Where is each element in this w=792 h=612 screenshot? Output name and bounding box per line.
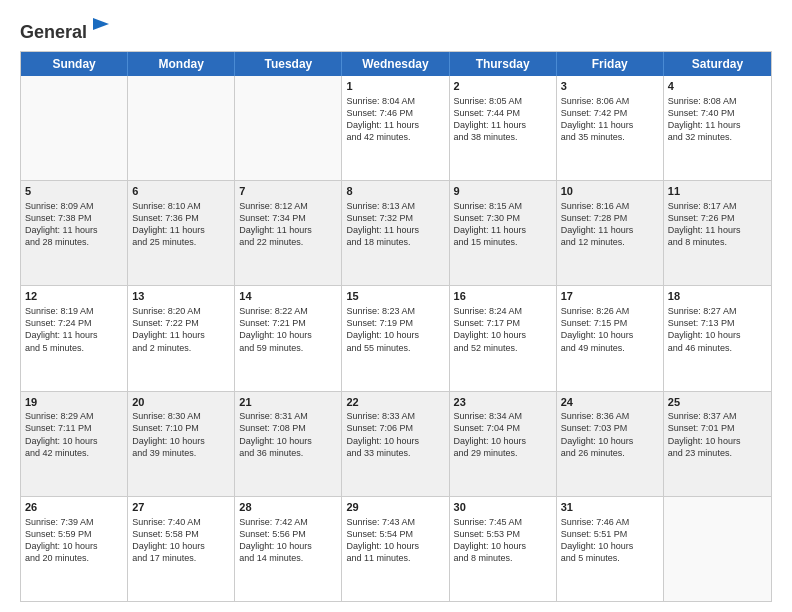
calendar-cell: 29Sunrise: 7:43 AM Sunset: 5:54 PM Dayli… — [342, 497, 449, 601]
day-number: 29 — [346, 500, 444, 515]
day-number: 21 — [239, 395, 337, 410]
cell-info: Sunrise: 7:45 AM Sunset: 5:53 PM Dayligh… — [454, 516, 552, 565]
day-number: 1 — [346, 79, 444, 94]
day-header-friday: Friday — [557, 52, 664, 76]
calendar-cell: 9Sunrise: 8:15 AM Sunset: 7:30 PM Daylig… — [450, 181, 557, 285]
calendar-row-3: 19Sunrise: 8:29 AM Sunset: 7:11 PM Dayli… — [21, 391, 771, 496]
calendar-cell: 17Sunrise: 8:26 AM Sunset: 7:15 PM Dayli… — [557, 286, 664, 390]
cell-info: Sunrise: 8:15 AM Sunset: 7:30 PM Dayligh… — [454, 200, 552, 249]
day-header-tuesday: Tuesday — [235, 52, 342, 76]
day-header-thursday: Thursday — [450, 52, 557, 76]
day-number: 24 — [561, 395, 659, 410]
calendar-row-1: 5Sunrise: 8:09 AM Sunset: 7:38 PM Daylig… — [21, 180, 771, 285]
day-number: 28 — [239, 500, 337, 515]
cell-info: Sunrise: 8:20 AM Sunset: 7:22 PM Dayligh… — [132, 305, 230, 354]
cell-info: Sunrise: 8:08 AM Sunset: 7:40 PM Dayligh… — [668, 95, 767, 144]
day-number: 15 — [346, 289, 444, 304]
calendar-cell — [128, 76, 235, 180]
day-number: 26 — [25, 500, 123, 515]
cell-info: Sunrise: 8:05 AM Sunset: 7:44 PM Dayligh… — [454, 95, 552, 144]
calendar-row-2: 12Sunrise: 8:19 AM Sunset: 7:24 PM Dayli… — [21, 285, 771, 390]
cell-info: Sunrise: 8:06 AM Sunset: 7:42 PM Dayligh… — [561, 95, 659, 144]
cell-info: Sunrise: 8:24 AM Sunset: 7:17 PM Dayligh… — [454, 305, 552, 354]
day-number: 20 — [132, 395, 230, 410]
day-number: 11 — [668, 184, 767, 199]
calendar-cell: 20Sunrise: 8:30 AM Sunset: 7:10 PM Dayli… — [128, 392, 235, 496]
calendar-cell: 15Sunrise: 8:23 AM Sunset: 7:19 PM Dayli… — [342, 286, 449, 390]
day-number: 16 — [454, 289, 552, 304]
logo-flag-icon — [89, 16, 111, 38]
cell-info: Sunrise: 8:37 AM Sunset: 7:01 PM Dayligh… — [668, 410, 767, 459]
calendar-cell: 14Sunrise: 8:22 AM Sunset: 7:21 PM Dayli… — [235, 286, 342, 390]
day-number: 6 — [132, 184, 230, 199]
day-number: 27 — [132, 500, 230, 515]
svg-marker-0 — [93, 18, 109, 30]
day-header-monday: Monday — [128, 52, 235, 76]
calendar-cell: 8Sunrise: 8:13 AM Sunset: 7:32 PM Daylig… — [342, 181, 449, 285]
calendar-cell — [235, 76, 342, 180]
calendar-cell: 11Sunrise: 8:17 AM Sunset: 7:26 PM Dayli… — [664, 181, 771, 285]
calendar: SundayMondayTuesdayWednesdayThursdayFrid… — [20, 51, 772, 602]
day-number: 19 — [25, 395, 123, 410]
cell-info: Sunrise: 7:43 AM Sunset: 5:54 PM Dayligh… — [346, 516, 444, 565]
calendar-cell — [21, 76, 128, 180]
day-number: 23 — [454, 395, 552, 410]
cell-info: Sunrise: 8:22 AM Sunset: 7:21 PM Dayligh… — [239, 305, 337, 354]
cell-info: Sunrise: 7:40 AM Sunset: 5:58 PM Dayligh… — [132, 516, 230, 565]
cell-info: Sunrise: 8:13 AM Sunset: 7:32 PM Dayligh… — [346, 200, 444, 249]
day-header-sunday: Sunday — [21, 52, 128, 76]
cell-info: Sunrise: 8:30 AM Sunset: 7:10 PM Dayligh… — [132, 410, 230, 459]
calendar-cell: 6Sunrise: 8:10 AM Sunset: 7:36 PM Daylig… — [128, 181, 235, 285]
logo-general: General — [20, 22, 87, 42]
calendar-row-0: 1Sunrise: 8:04 AM Sunset: 7:46 PM Daylig… — [21, 76, 771, 180]
calendar-cell: 3Sunrise: 8:06 AM Sunset: 7:42 PM Daylig… — [557, 76, 664, 180]
calendar-cell: 28Sunrise: 7:42 AM Sunset: 5:56 PM Dayli… — [235, 497, 342, 601]
cell-info: Sunrise: 8:17 AM Sunset: 7:26 PM Dayligh… — [668, 200, 767, 249]
calendar-cell: 2Sunrise: 8:05 AM Sunset: 7:44 PM Daylig… — [450, 76, 557, 180]
cell-info: Sunrise: 8:31 AM Sunset: 7:08 PM Dayligh… — [239, 410, 337, 459]
day-number: 9 — [454, 184, 552, 199]
day-number: 3 — [561, 79, 659, 94]
day-number: 5 — [25, 184, 123, 199]
day-number: 25 — [668, 395, 767, 410]
day-number: 8 — [346, 184, 444, 199]
calendar-body: 1Sunrise: 8:04 AM Sunset: 7:46 PM Daylig… — [21, 76, 771, 601]
calendar-cell: 1Sunrise: 8:04 AM Sunset: 7:46 PM Daylig… — [342, 76, 449, 180]
day-number: 12 — [25, 289, 123, 304]
cell-info: Sunrise: 8:36 AM Sunset: 7:03 PM Dayligh… — [561, 410, 659, 459]
calendar-cell: 30Sunrise: 7:45 AM Sunset: 5:53 PM Dayli… — [450, 497, 557, 601]
calendar-cell: 13Sunrise: 8:20 AM Sunset: 7:22 PM Dayli… — [128, 286, 235, 390]
cell-info: Sunrise: 8:19 AM Sunset: 7:24 PM Dayligh… — [25, 305, 123, 354]
cell-info: Sunrise: 7:39 AM Sunset: 5:59 PM Dayligh… — [25, 516, 123, 565]
day-header-saturday: Saturday — [664, 52, 771, 76]
calendar-cell: 18Sunrise: 8:27 AM Sunset: 7:13 PM Dayli… — [664, 286, 771, 390]
calendar-cell — [664, 497, 771, 601]
calendar-row-4: 26Sunrise: 7:39 AM Sunset: 5:59 PM Dayli… — [21, 496, 771, 601]
cell-info: Sunrise: 8:10 AM Sunset: 7:36 PM Dayligh… — [132, 200, 230, 249]
calendar-cell: 26Sunrise: 7:39 AM Sunset: 5:59 PM Dayli… — [21, 497, 128, 601]
day-number: 31 — [561, 500, 659, 515]
cell-info: Sunrise: 7:42 AM Sunset: 5:56 PM Dayligh… — [239, 516, 337, 565]
calendar-cell: 5Sunrise: 8:09 AM Sunset: 7:38 PM Daylig… — [21, 181, 128, 285]
day-number: 18 — [668, 289, 767, 304]
day-number: 22 — [346, 395, 444, 410]
day-number: 17 — [561, 289, 659, 304]
calendar-cell: 23Sunrise: 8:34 AM Sunset: 7:04 PM Dayli… — [450, 392, 557, 496]
logo-text: General — [20, 16, 111, 43]
calendar-cell: 31Sunrise: 7:46 AM Sunset: 5:51 PM Dayli… — [557, 497, 664, 601]
calendar-cell: 24Sunrise: 8:36 AM Sunset: 7:03 PM Dayli… — [557, 392, 664, 496]
cell-info: Sunrise: 8:27 AM Sunset: 7:13 PM Dayligh… — [668, 305, 767, 354]
calendar-cell: 21Sunrise: 8:31 AM Sunset: 7:08 PM Dayli… — [235, 392, 342, 496]
calendar-cell: 25Sunrise: 8:37 AM Sunset: 7:01 PM Dayli… — [664, 392, 771, 496]
day-number: 7 — [239, 184, 337, 199]
cell-info: Sunrise: 7:46 AM Sunset: 5:51 PM Dayligh… — [561, 516, 659, 565]
cell-info: Sunrise: 8:34 AM Sunset: 7:04 PM Dayligh… — [454, 410, 552, 459]
day-number: 10 — [561, 184, 659, 199]
day-number: 13 — [132, 289, 230, 304]
day-number: 30 — [454, 500, 552, 515]
day-number: 2 — [454, 79, 552, 94]
day-number: 14 — [239, 289, 337, 304]
calendar-header: SundayMondayTuesdayWednesdayThursdayFrid… — [21, 52, 771, 76]
cell-info: Sunrise: 8:29 AM Sunset: 7:11 PM Dayligh… — [25, 410, 123, 459]
header: General — [20, 16, 772, 43]
